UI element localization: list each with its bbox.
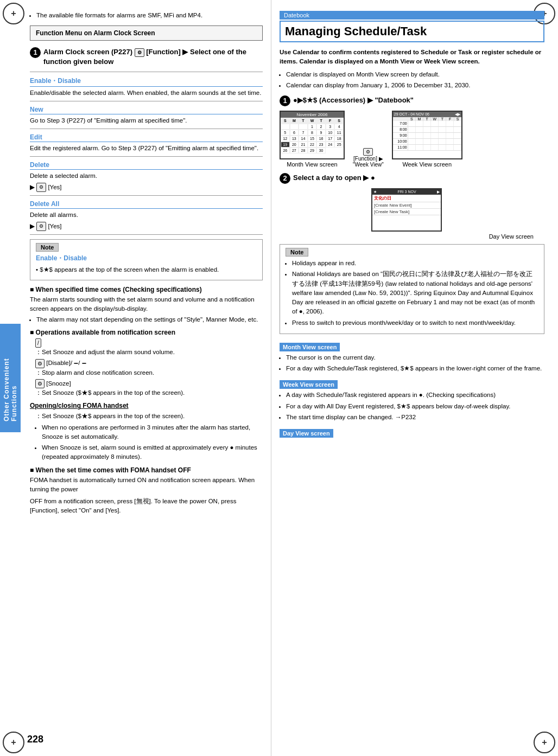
cal-day-f: F [326,118,335,124]
foma-off-body: FOMA handset is automatically turned ON … [30,476,263,495]
specified-time-heading: ■ When specified time comes (Checking sp… [30,286,263,293]
day-row-3: [Create New Task] [372,209,441,215]
cal-grid: S M T W T F S 1 2 3 4 5 [281,118,344,153]
week-header-right: ◀▶ [455,112,460,117]
week-view-bullet-3: The start time display can be changed. →… [286,413,544,422]
step-1-title: Alarm Clock screen (P227) ⚙ [Function] ▶… [43,48,246,66]
op-item-2: ⚙ [Disable]/ / ：Stop alarm and close not… [35,358,263,377]
oc-bullets: When no operations are performed in 3 mi… [35,423,263,462]
month-view-section: Month View screen The cursor is on the c… [280,338,544,374]
week-view-section: Week View screen A day with Schedule/Tas… [280,376,544,422]
enable-disable-body: Enable/disable the selected alarm. When … [30,88,263,98]
op-item-1: / ：Set Snooze and adjust the alarm sound… [35,338,263,357]
note-label-left: Note [36,243,59,252]
oc-bullet-1: When no operations are performed in 3 mi… [42,423,263,442]
month-view-bullet-1: The cursor is on the current day. [286,353,544,362]
step-2-right-number: 2 [280,173,290,184]
divider-1 [30,72,263,72]
week-view-bullet-1: A day with Schedule/Task registered appe… [286,390,544,400]
week-view-container: 29 OCT - 04 NOV 06 ◀▶ S M T W T F S [392,111,462,168]
month-view-section-header: Month View screen [280,343,340,351]
enable-disable-section: Enable・Disable Enable/disable the select… [30,76,263,98]
function-icon: ⚙ [135,48,144,57]
month-view-container: November 2006 S M T W T F S 1 2 [280,111,345,168]
day-header-right: ▶ [437,190,440,194]
left-column: The available file formats for alarms ar… [16,0,271,756]
note-box-right: Note Holidays appear in red. National Ho… [280,244,544,334]
note-subheading: Enable・Disable [36,254,257,264]
week-view-bullets: A day with Schedule/Task registered appe… [280,390,544,422]
operations-section: ■ Operations available from notification… [30,329,263,462]
new-body: Go to Step 3 (P227) of "Emitting alarm a… [30,116,263,125]
right-intro: Use Calendar to confirm contents registe… [280,48,544,67]
delete-all-heading: Delete All [30,200,263,209]
month-view-bullet-2: For a day with Schedule/Task registered,… [286,364,544,373]
day-view-section: Day View screen [280,425,544,439]
cal-day-t: T [299,118,308,124]
step-1-right-number: 1 [280,95,290,106]
month-view-label: Month View screen [280,161,345,168]
edit-section: Edit Edit the registered alarm. Go to St… [30,133,263,153]
step-1-content: Alarm Clock screen (P227) ⚙ [Function] ▶… [43,47,263,67]
main-container: The available file formats for alarms ar… [16,0,553,756]
divider-3 [30,129,263,129]
week-row-9: 9:00 [393,133,461,139]
day-header: ★ FRI 3 NOV ▶ [372,189,441,195]
cal-day-s2: S [334,118,344,124]
datebook-header: Datebook [280,11,544,20]
off-text: OFF from a notification screen, press [無… [30,497,263,516]
day-header-left: ★ [373,190,377,194]
step-2-right-row: 2 Select a day to open ▶ ● [280,173,544,184]
specified-time-body: The alarm starts sounding with the set a… [30,295,263,314]
note-bullet-1: Holidays appear in red. [292,259,538,268]
delete-section: Delete Delete a selected alarm. ▶ ⚙ [Yes… [30,161,263,192]
operations-heading: ■ Operations available from notification… [30,329,263,336]
delete-heading: Delete [30,161,263,170]
operations-items: / ：Set Snooze and adjust the alarm sound… [30,338,263,398]
edit-body: Edit the registered alarm. Go to Step 3 … [30,144,263,153]
delete-body: Delete a selected alarm. [30,171,263,181]
function-label-container: ⚙ [Function] ▶ "Week View" [353,137,384,168]
day-view-screen: ★ FRI 3 NOV ▶ 文化の日 [Create New Event] [C… [371,188,442,232]
week-days-row: S M T W T F S [393,117,461,121]
week-view-text: "Week View" [353,162,384,168]
step-1-number: 1 [30,47,41,58]
divider-6 [30,234,263,235]
note-bullets: Holidays appear in red. National Holiday… [286,259,538,328]
divider-4 [30,156,263,157]
week-view-bullet-2: For a day with All Day Event registered,… [286,402,544,411]
cal-day-s: S [281,118,290,124]
note-bullet-3: Press to switch to previous month/week/d… [292,318,538,328]
oc-bullet-2: When Snooze is set, alarm sound is emitt… [42,443,263,462]
divider-2 [30,101,263,101]
day-row-2: [Create New Event] [372,202,441,209]
function-icon-right: ⚙ [363,148,373,156]
step-1-right-row: 1 ●▶$★$ (Accessories) ▶ "Datebook" [280,95,544,106]
week-view-screen: 29 OCT - 04 NOV 06 ◀▶ S M T W T F S [392,111,462,159]
step-1-right-title: ●▶$★$ (Accessories) ▶ "Datebook" [293,96,414,104]
delete-extra: ▶ ⚙ [Yes] [30,183,263,193]
note-body: • $★$ appears at the top of the screen w… [36,265,257,274]
section-box-title: Function Menu on Alarm Clock Screen [36,29,155,37]
week-row-8: 8:00 [393,127,461,133]
day-view-label: Day View screen [489,233,534,240]
note-bullet-2: National Holidays are based on "国民の祝日に関す… [292,270,538,316]
week-row-7: 7:00 [393,121,461,127]
step-1-right-content: ●▶$★$ (Accessories) ▶ "Datebook" [293,95,544,105]
specified-time-bullet-1: The alarm may not start depending on the… [36,315,263,324]
note-label-right: Note [286,248,308,257]
day-header-date: FRI 3 NOV [397,190,416,194]
step-1-row: 1 Alarm Clock screen (P227) ⚙ [Function]… [30,47,263,67]
day-row-1: 文化の日 [372,195,441,202]
right-bullets: Calendar is displayed on Month View scre… [280,70,544,91]
month-view-screen: November 2006 S M T W T F S 1 2 [280,111,345,159]
week-header: 29 OCT - 04 NOV 06 ◀▶ [393,112,461,117]
right-bullet-2: Calendar can display from January 1, 200… [286,81,544,90]
cal-day-m: M [290,118,299,124]
function-label-text: [Function] ▶ [353,156,383,162]
opening-closing-items: ：Set Snooze ($★$ appears in the top of t… [30,412,263,462]
specified-time-bullets: The alarm may not start depending on the… [30,315,263,324]
cal-day-w: W [308,118,317,124]
new-heading: New [30,106,263,114]
datebook-title: Managing Schedule/Task [285,24,427,38]
